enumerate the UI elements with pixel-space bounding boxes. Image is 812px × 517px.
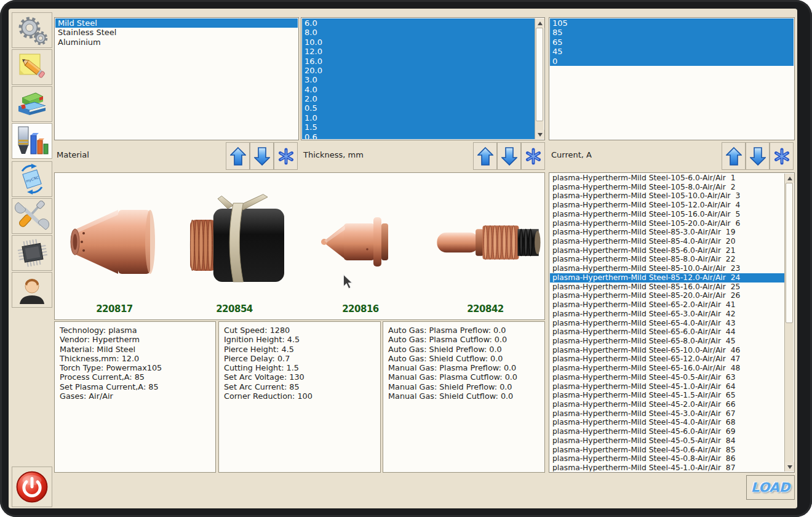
list-item[interactable]: plasma-Hypertherm-Mild Steel-85-8.0-Air/… [550, 255, 784, 264]
list-item[interactable]: 1.0 [302, 113, 535, 122]
material-select-all-button[interactable] [274, 142, 298, 170]
list-item[interactable]: plasma-Hypertherm-Mild Steel-85-6.0-Air/… [550, 246, 784, 255]
asterisk-icon [278, 147, 294, 166]
app-window: myCNC [0, 0, 812, 517]
material-list[interactable]: Mild SteelStainless SteelAluminium [54, 17, 299, 140]
thickness-select-all-button[interactable] [521, 142, 545, 170]
list-item[interactable]: plasma-Hypertherm-Mild Steel-85-10.0-Air… [550, 264, 784, 273]
material-down-button[interactable] [250, 142, 274, 170]
list-item[interactable]: plasma-Hypertherm-Mild Steel-45-0.5-Air/… [550, 436, 784, 446]
list-item[interactable]: 0.6 [302, 132, 535, 140]
list-item[interactable]: plasma-Hypertherm-Mild Steel-45-4.0-Air/… [550, 418, 784, 427]
list-item[interactable]: 8.0 [302, 28, 535, 37]
list-item[interactable]: plasma-Hypertherm-Mild Steel-45-0.6-Air/… [550, 446, 784, 455]
sidebar-item-library[interactable] [12, 86, 52, 122]
scroll-up-icon[interactable] [535, 18, 544, 28]
list-item[interactable]: 85 [550, 28, 794, 37]
info-line: Cutting Height: 1.5 [224, 363, 375, 372]
scrollbar-thumb[interactable] [536, 28, 543, 121]
list-item[interactable]: plasma-Hypertherm-Mild Steel-85-4.0-Air/… [550, 237, 784, 246]
current-down-button[interactable] [746, 142, 770, 170]
list-item[interactable]: plasma-Hypertherm-Mild Steel-105-6.0-Air… [550, 174, 784, 183]
list-item[interactable]: 6.0 [302, 18, 535, 28]
sidebar-item-user[interactable] [12, 272, 52, 308]
info-line: Pierce Height: 4.5 [224, 345, 375, 354]
list-item[interactable]: 105 [550, 18, 794, 28]
list-item[interactable]: 0.5 [302, 103, 535, 113]
user-icon [15, 275, 49, 305]
current-rows: 1058565450 [550, 18, 794, 139]
list-item[interactable]: 45 [550, 47, 794, 56]
scroll-up-icon[interactable] [785, 174, 794, 183]
list-item[interactable]: plasma-Hypertherm-Mild Steel-45-3.0-Air/… [550, 409, 784, 419]
info-line: Cut Speed: 1280 [224, 326, 375, 335]
info-line: Set Arc Current: 85 [224, 382, 375, 391]
list-item[interactable]: plasma-Hypertherm-Mild Steel-45-2.0-Air/… [550, 400, 784, 409]
scroll-down-icon[interactable] [535, 130, 544, 139]
list-item[interactable]: 12.0 [302, 47, 535, 56]
list-item[interactable]: plasma-Hypertherm-Mild Steel-45-0.8-Air/… [550, 454, 784, 463]
sidebar-item-edit-note[interactable] [12, 49, 52, 85]
sidebar-item-hardware[interactable] [12, 235, 52, 271]
thickness-list[interactable]: 6.08.010.012.016.020.03.04.02.00.51.01.5… [301, 17, 545, 140]
info-line: Torch Type: Powermax105 [60, 363, 210, 372]
list-item[interactable]: plasma-Hypertherm-Mild Steel-105-12.0-Ai… [550, 201, 784, 210]
list-item[interactable]: plasma-Hypertherm-Mild Steel-45-0.5-Air/… [550, 373, 784, 382]
current-list[interactable]: 1058565450 [549, 17, 795, 140]
list-item[interactable]: 0 [550, 57, 794, 66]
scroll-down-icon[interactable] [785, 462, 794, 471]
load-button[interactable]: LOAD [746, 475, 795, 500]
current-up-button[interactable] [722, 142, 746, 170]
list-item[interactable]: 10.0 [302, 38, 535, 47]
part-number: 220817 [59, 303, 170, 315]
sidebar-item-settings[interactable] [12, 12, 52, 48]
list-item[interactable]: plasma-Hypertherm-Mild Steel-65-2.0-Air/… [550, 300, 784, 310]
note-pencil-icon [15, 52, 49, 82]
list-item[interactable]: plasma-Hypertherm-Mild Steel-85-16.0-Air… [550, 283, 784, 292]
list-item[interactable]: Mild Steel [55, 18, 298, 28]
material-up-button[interactable] [226, 142, 250, 170]
list-item[interactable]: plasma-Hypertherm-Mild Steel-45-1.0-Air/… [550, 463, 784, 471]
sidebar-item-rotate-mycnc[interactable]: myCNC [12, 161, 52, 197]
list-item[interactable]: plasma-Hypertherm-Mild Steel-45-1.5-Air/… [550, 391, 784, 400]
list-item[interactable]: plasma-Hypertherm-Mild Steel-85-20.0-Air… [550, 291, 784, 300]
list-item[interactable]: plasma-Hypertherm-Mild Steel-65-4.0-Air/… [550, 319, 784, 328]
list-item[interactable]: plasma-Hypertherm-Mild Steel-65-8.0-Air/… [550, 337, 784, 346]
list-item[interactable]: Stainless Steel [55, 28, 298, 37]
asterisk-icon [525, 147, 541, 166]
list-item[interactable]: plasma-Hypertherm-Mild Steel-85-3.0-Air/… [550, 228, 784, 237]
sidebar-item-cutcharts[interactable] [12, 123, 52, 159]
technology-info-panel: Technology: plasmaVendor: HyperthermMate… [54, 321, 216, 473]
list-item[interactable]: plasma-Hypertherm-Mild Steel-45-6.0-Air/… [550, 427, 784, 436]
mycnc-rotate-icon: myCNC [15, 164, 49, 194]
list-item[interactable]: plasma-Hypertherm-Mild Steel-45-1.0-Air/… [550, 382, 784, 391]
list-item[interactable]: plasma-Hypertherm-Mild Steel-105-20.0-Ai… [550, 219, 784, 228]
list-item[interactable]: 2.0 [302, 94, 535, 103]
sidebar-item-tools[interactable] [12, 198, 52, 234]
power-button[interactable] [12, 467, 52, 507]
cutchart-list[interactable]: plasma-Hypertherm-Mild Steel-105-6.0-Air… [549, 172, 795, 473]
thickness-up-button[interactable] [473, 142, 497, 170]
list-item[interactable]: 3.0 [302, 75, 535, 84]
list-item[interactable]: 16.0 [302, 57, 535, 66]
thickness-down-button[interactable] [497, 142, 521, 170]
gears-icon [15, 15, 49, 46]
list-item[interactable]: plasma-Hypertherm-Mild Steel-65-12.0-Air… [550, 355, 784, 364]
list-item[interactable]: 4.0 [302, 85, 535, 94]
info-line: Corner Reduction: 100 [224, 391, 375, 401]
list-item[interactable]: plasma-Hypertherm-Mild Steel-105-8.0-Air… [550, 183, 784, 192]
list-item[interactable]: plasma-Hypertherm-Mild Steel-105-10.0-Ai… [550, 191, 784, 201]
list-item[interactable]: plasma-Hypertherm-Mild Steel-65-3.0-Air/… [550, 310, 784, 319]
list-item[interactable]: plasma-Hypertherm-Mild Steel-65-16.0-Air… [550, 364, 784, 373]
list-item[interactable]: plasma-Hypertherm-Mild Steel-105-16.0-Ai… [550, 210, 784, 219]
current-select-all-button[interactable] [770, 142, 794, 170]
arrow-up-icon [477, 146, 493, 166]
list-item[interactable]: 20.0 [302, 66, 535, 75]
list-item[interactable]: 1.5 [302, 122, 535, 132]
scrollbar-thumb[interactable] [786, 183, 793, 323]
list-item[interactable]: plasma-Hypertherm-Mild Steel-65-10.0-Air… [550, 346, 784, 355]
list-item[interactable]: plasma-Hypertherm-Mild Steel-65-6.0-Air/… [550, 327, 784, 337]
list-item[interactable]: plasma-Hypertherm-Mild Steel-85-12.0-Air… [550, 273, 784, 283]
list-item[interactable]: 65 [550, 38, 794, 47]
list-item[interactable]: Aluminium [55, 38, 298, 47]
